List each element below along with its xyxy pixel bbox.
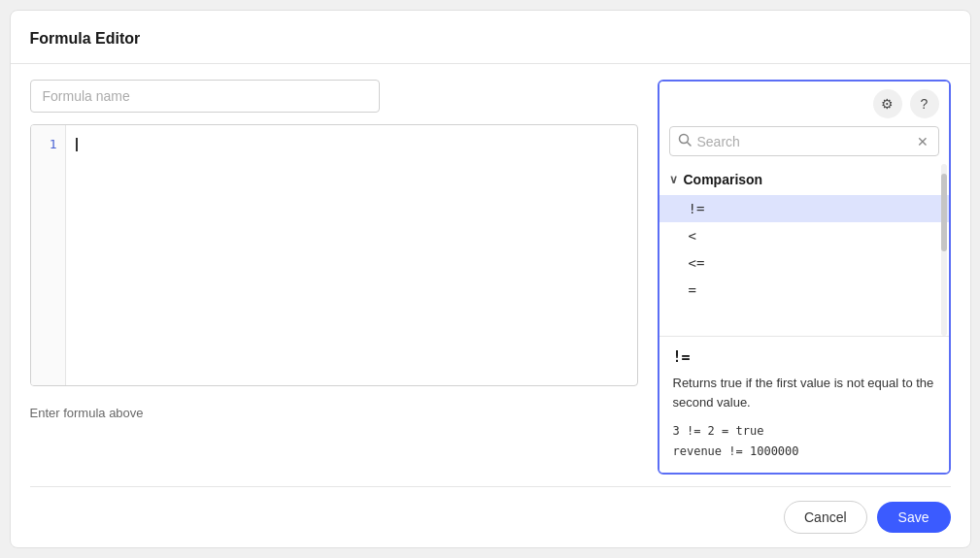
scrollbar-thumb — [941, 174, 947, 251]
example-line-1: 3 != 2 = true — [673, 421, 935, 441]
list-item-neq[interactable]: != — [659, 195, 949, 222]
example-line-2: revenue != 1000000 — [673, 442, 935, 461]
code-editor: 1 — [30, 124, 638, 386]
title-divider — [11, 63, 970, 64]
left-panel: 1 Enter formula above — [30, 80, 638, 475]
tree-section[interactable]: ∨ Comparison != < <= = — [659, 164, 949, 337]
right-panel: ⚙ ? ✕ ∨ — [658, 80, 951, 475]
scrollbar-track — [941, 164, 947, 336]
list-item-lt[interactable]: < — [659, 222, 949, 249]
list-item-lte[interactable]: <= — [659, 249, 949, 277]
save-button[interactable]: Save — [877, 502, 951, 533]
search-icon — [678, 133, 692, 149]
cursor — [76, 138, 78, 151]
search-bar: ✕ — [669, 126, 939, 156]
dialog-title: Formula Editor — [30, 30, 951, 48]
bottom-bar: Cancel Save — [30, 486, 951, 547]
code-area[interactable] — [66, 125, 637, 385]
svg-line-1 — [687, 143, 691, 147]
search-input[interactable] — [697, 134, 909, 149]
formula-editor-dialog: Formula Editor 1 Enter formula above ⚙ — [10, 10, 971, 548]
detail-description: Returns true if the first value is not e… — [673, 374, 935, 411]
category-label: Comparison — [684, 172, 763, 187]
cancel-button[interactable]: Cancel — [784, 501, 867, 534]
line-number-1: 1 — [50, 135, 57, 154]
detail-examples: 3 != 2 = true revenue != 1000000 — [673, 421, 935, 461]
formula-hint: Enter formula above — [30, 406, 638, 420]
detail-section: != Returns true if the first value is no… — [659, 337, 949, 473]
close-icon: ✕ — [917, 134, 929, 149]
chevron-down-icon: ∨ — [669, 173, 678, 186]
detail-operator: != — [673, 348, 935, 366]
gear-icon: ⚙ — [881, 96, 894, 112]
category-comparison[interactable]: ∨ Comparison — [659, 164, 949, 195]
clear-search-button[interactable]: ✕ — [915, 134, 930, 149]
settings-button[interactable]: ⚙ — [873, 89, 902, 118]
help-icon: ? — [921, 96, 929, 112]
main-area: 1 Enter formula above ⚙ ? — [30, 80, 951, 475]
formula-name-input[interactable] — [30, 80, 380, 113]
right-panel-header: ⚙ ? — [659, 82, 949, 126]
line-numbers: 1 — [31, 125, 66, 385]
list-item-eq[interactable]: = — [659, 277, 949, 304]
help-button[interactable]: ? — [910, 89, 939, 118]
